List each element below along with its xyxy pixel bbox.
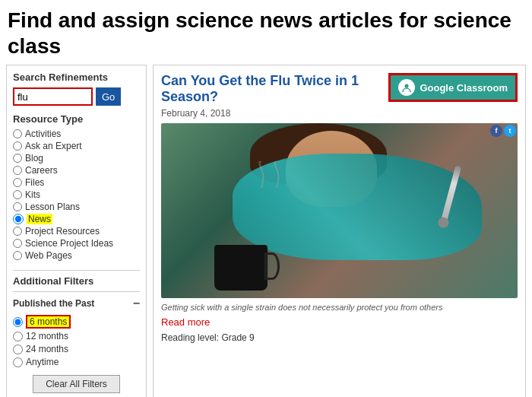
published-label: Published the Past	[13, 298, 94, 309]
reading-level: Reading level: Grade 9	[161, 332, 518, 343]
list-item[interactable]: Science Project Ideas	[13, 238, 140, 249]
search-refinements-title: Search Refinements	[13, 71, 140, 83]
google-classroom-button[interactable]: Google Classroom	[388, 73, 518, 102]
published-header: Published the Past −	[13, 297, 140, 310]
list-item[interactable]: Kits	[13, 189, 140, 200]
google-classroom-icon	[398, 79, 415, 96]
twitter-icon[interactable]: t	[504, 125, 516, 137]
resource-type-label: Resource Type	[13, 113, 140, 125]
go-button[interactable]: Go	[96, 87, 121, 106]
resource-list: Activities Ask an Expert Blog Careers Fi…	[13, 129, 140, 261]
read-more-link[interactable]: Read more	[161, 316, 518, 328]
additional-filters-title: Additional Filters	[13, 275, 140, 287]
facebook-icon[interactable]: f	[490, 125, 502, 137]
list-item[interactable]: Blog	[13, 153, 140, 164]
article-title: Can You Get the Flu Twice in 1 Season?	[161, 73, 388, 105]
list-item-anytime[interactable]: Anytime	[13, 357, 140, 367]
list-item-24months[interactable]: 24 months	[13, 344, 140, 354]
clear-all-filters-button[interactable]: Clear All Filters	[33, 375, 120, 393]
list-item[interactable]: Activities	[13, 129, 140, 139]
list-item[interactable]: Web Pages	[13, 250, 140, 261]
list-item[interactable]: Project Resources	[13, 226, 140, 237]
published-list: 6 months 12 months 24 months Anytime	[13, 315, 140, 367]
article-image-area: f t	[161, 123, 518, 298]
list-item[interactable]: Files	[13, 177, 140, 188]
article-date: February 4, 2018	[161, 108, 518, 119]
mug	[214, 245, 268, 291]
divider2	[13, 291, 140, 292]
svg-point-0	[405, 84, 409, 88]
list-item[interactable]: Careers	[13, 165, 140, 176]
divider	[13, 270, 140, 271]
social-icons: f t	[490, 125, 516, 137]
sidebar: Search Refinements Go Resource Type Acti…	[6, 65, 147, 397]
list-item-news[interactable]: News	[13, 214, 140, 224]
page-title: Find and assign science news articles fo…	[0, 0, 532, 65]
list-item-6months[interactable]: 6 months	[13, 315, 140, 329]
search-input[interactable]	[13, 87, 93, 106]
article-header: Can You Get the Flu Twice in 1 Season? G…	[161, 73, 518, 105]
list-item[interactable]: Ask an Expert	[13, 141, 140, 151]
article-image	[161, 123, 518, 298]
collapse-icon[interactable]: −	[133, 297, 140, 310]
google-classroom-label: Google Classroom	[420, 82, 508, 94]
search-row: Go	[13, 87, 140, 106]
content-area: Can You Get the Flu Twice in 1 Season? G…	[153, 65, 526, 397]
list-item[interactable]: Lesson Plans	[13, 202, 140, 212]
article-caption: Getting sick with a single strain does n…	[161, 303, 518, 312]
list-item-12months[interactable]: 12 months	[13, 331, 140, 341]
